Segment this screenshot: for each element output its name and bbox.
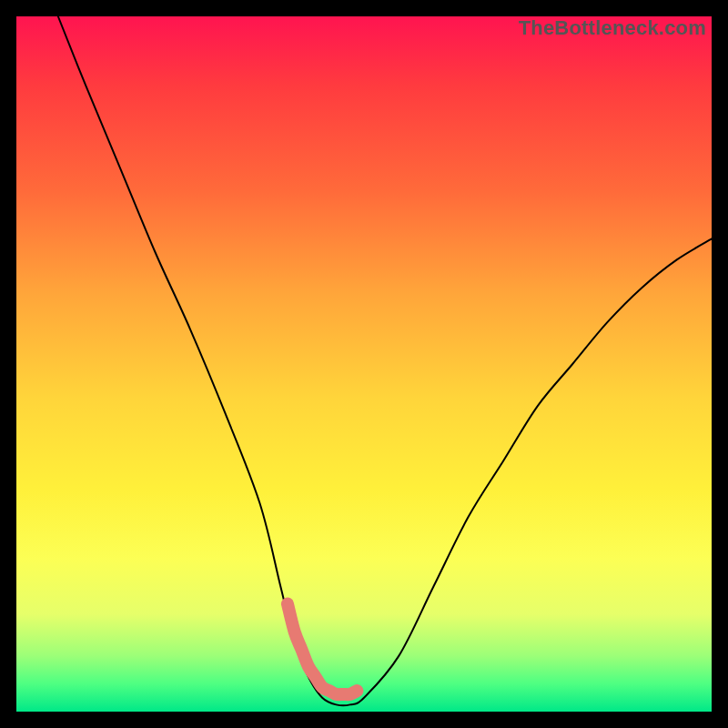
chart-frame: TheBottleneck.com <box>0 0 728 728</box>
chart-svg <box>16 16 712 712</box>
trough-highlight-path <box>288 604 357 695</box>
plot-area: TheBottleneck.com <box>16 16 712 712</box>
bottleneck-curve-path <box>58 16 712 705</box>
